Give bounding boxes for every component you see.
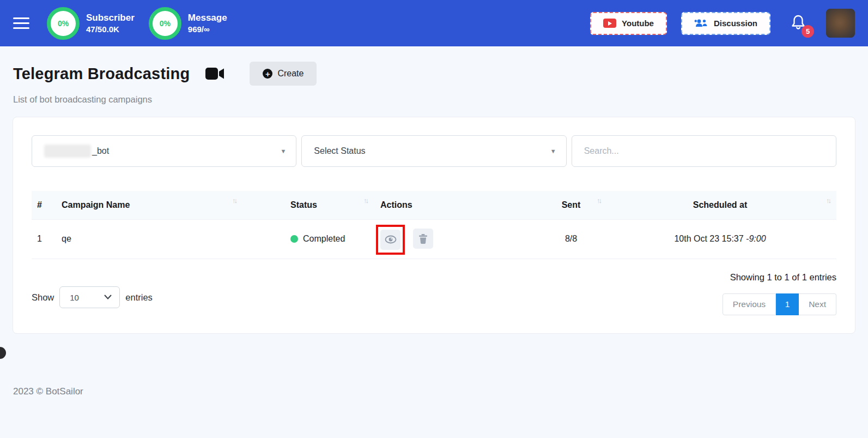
message-progress-ring: 0% <box>149 7 181 40</box>
actions-cell <box>375 220 538 259</box>
users-icon <box>694 19 708 28</box>
header-index: # <box>32 191 56 220</box>
message-label: Message <box>188 13 227 23</box>
campaigns-table: # Campaign Name ↑↓ Status ↑↓ Actions Sen… <box>32 191 836 259</box>
notification-count-badge: 5 <box>802 25 814 38</box>
eye-icon <box>385 235 397 244</box>
entries-label: entries <box>125 292 153 303</box>
status-badge: Completed <box>280 234 369 244</box>
plus-circle-icon: + <box>263 69 272 79</box>
row-index: 1 <box>32 220 56 259</box>
subscriber-value: 47/50.0K <box>86 25 135 34</box>
header-sent[interactable]: Sent ↑↓ <box>538 191 604 220</box>
subscriber-usage-widget: 0% Subscriber 47/50.0K <box>47 7 135 40</box>
user-avatar[interactable] <box>826 9 855 38</box>
message-usage-widget: 0% Message 969/∞ <box>149 7 227 40</box>
sort-icon[interactable]: ↑↓ <box>232 196 236 205</box>
page-header: Telegram Broadcasting + Create List of b… <box>0 46 868 105</box>
subscriber-label: Subscriber <box>86 13 135 23</box>
search-input[interactable] <box>584 146 824 156</box>
youtube-button[interactable]: Youtube <box>590 12 667 35</box>
video-tutorial-icon[interactable] <box>205 67 226 81</box>
chevron-down-icon <box>104 295 112 299</box>
page-1-button[interactable]: 1 <box>776 293 799 315</box>
youtube-button-label: Youtube <box>622 19 654 28</box>
entries-summary: Showing 1 to 1 of 1 entries <box>730 272 836 283</box>
top-navbar: 0% Subscriber 47/50.0K 0% Message 969/∞ … <box>0 0 868 46</box>
sort-icon[interactable]: ↑↓ <box>597 196 600 205</box>
status-label: Completed <box>303 234 345 244</box>
telegram-broadcasting-page: 0% Subscriber 47/50.0K 0% Message 969/∞ … <box>0 0 868 438</box>
filters-row: _bot ▼ Select Status ▼ <box>32 135 836 167</box>
floating-widget-handle[interactable] <box>0 347 6 359</box>
header-status[interactable]: Status ↑↓ <box>274 191 375 220</box>
pagination: Previous 1 Next <box>723 293 836 315</box>
notifications-button[interactable]: 5 <box>790 14 806 33</box>
red-highlight-annotation <box>376 225 405 255</box>
status-select-value: Select Status <box>314 146 365 156</box>
table-header-row: # Campaign Name ↑↓ Status ↑↓ Actions Sen… <box>32 191 836 220</box>
chevron-down-icon: ▼ <box>280 148 286 154</box>
timezone-offset: -9:00 <box>746 234 766 243</box>
search-field <box>572 135 836 167</box>
copyright-footer: 2023 © BotSailor <box>13 386 83 397</box>
message-value: 969/∞ <box>188 25 227 34</box>
table-row: 1 qe Completed <box>32 220 836 259</box>
next-page-button[interactable]: Next <box>799 293 836 315</box>
delete-button[interactable] <box>413 229 433 249</box>
youtube-icon <box>603 19 616 28</box>
header-scheduled-at[interactable]: Scheduled at ↑↓ <box>604 191 836 220</box>
redacted-bot-name <box>44 145 91 158</box>
campaigns-card: _bot ▼ Select Status ▼ # Campaign N <box>13 117 855 334</box>
page-size-control: Show 10 entries <box>32 272 153 315</box>
discussion-button[interactable]: Discussion <box>681 12 770 35</box>
bot-select[interactable]: _bot ▼ <box>32 135 296 167</box>
show-label: Show <box>32 292 54 303</box>
status-dot-icon <box>290 235 298 243</box>
trash-icon <box>418 233 428 244</box>
status-select[interactable]: Select Status ▼ <box>301 135 566 167</box>
table-footer: Show 10 entries Showing 1 to 1 of 1 entr… <box>32 272 836 315</box>
subscriber-percent: 0% <box>58 19 69 28</box>
page-size-select[interactable]: 10 <box>59 286 120 308</box>
bot-select-value: _bot <box>92 146 109 156</box>
message-percent: 0% <box>160 19 171 28</box>
sent-cell: 8/8 <box>538 220 604 259</box>
view-button[interactable] <box>380 230 400 250</box>
page-title: Telegram Broadcasting <box>13 65 190 83</box>
menu-icon[interactable] <box>13 17 29 29</box>
create-button-label: Create <box>277 69 304 79</box>
scheduled-at-cell: 10th Oct 23 15:37 -9:00 <box>604 220 836 259</box>
create-button[interactable]: + Create <box>250 62 317 86</box>
header-actions: Actions <box>375 191 538 220</box>
previous-page-button[interactable]: Previous <box>723 293 776 315</box>
subscriber-progress-ring: 0% <box>47 7 80 40</box>
campaign-name-cell: qe <box>56 220 274 259</box>
sort-icon[interactable]: ↑↓ <box>363 196 367 205</box>
page-subtitle: List of bot broadcasting campaigns <box>13 94 855 105</box>
discussion-button-label: Discussion <box>714 19 757 28</box>
sort-icon[interactable]: ↑↓ <box>826 196 830 205</box>
chevron-down-icon: ▼ <box>550 148 556 154</box>
header-campaign-name[interactable]: Campaign Name ↑↓ <box>56 191 274 220</box>
